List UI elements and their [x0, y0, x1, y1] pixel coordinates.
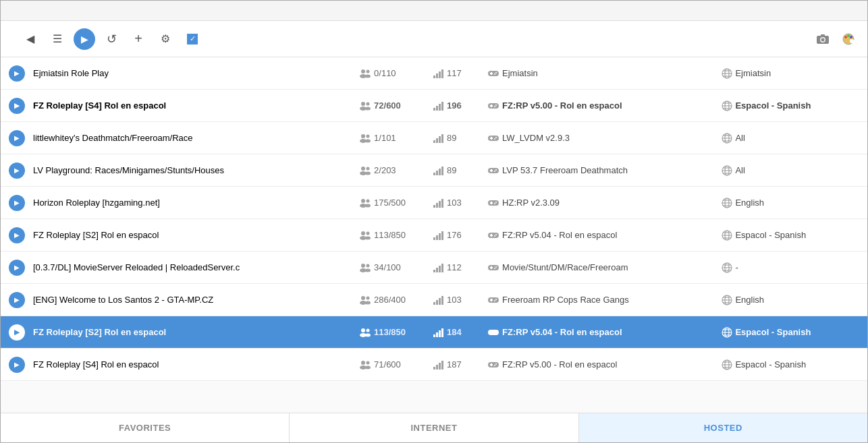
col-play: ▶ [9, 260, 33, 276]
globe-icon [722, 230, 732, 241]
server-gamemode: Movie/Stunt/DM/Race/Freeroam [487, 262, 722, 272]
server-gamemode: FZ:RP v5.04 - Rol en espacol [487, 327, 722, 337]
server-row[interactable]: ▶ Ejmiatsin Role Play 0/110 117 [1, 57, 867, 90]
svg-rect-53 [441, 134, 443, 143]
server-row[interactable]: ▶ LV Playground: Races/Minigames/Stunts/… [1, 154, 867, 187]
svg-point-156 [367, 328, 370, 332]
server-name: FZ Roleplay [S4] Rol en espacol [33, 359, 359, 370]
svg-point-82 [361, 199, 365, 203]
row-play-button[interactable]: ▶ [9, 65, 25, 82]
people-icon [359, 295, 371, 305]
svg-rect-34 [439, 104, 441, 111]
svg-rect-33 [436, 106, 438, 111]
row-play-button[interactable]: ▶ [9, 130, 25, 146]
toolbar-right [812, 28, 859, 50]
row-play-button[interactable]: ▶ [9, 324, 25, 341]
svg-rect-3 [821, 34, 825, 36]
svg-rect-176 [433, 367, 435, 370]
col-play: ▶ [9, 65, 33, 82]
svg-rect-51 [436, 138, 438, 143]
play-button[interactable]: ▶ [74, 28, 95, 50]
settings-button[interactable]: ⚙ [155, 28, 176, 50]
row-play-button[interactable]: ▶ [9, 195, 25, 211]
toolbar: ◀ ☰ ▶ ↺ + ⚙ ✓ [1, 21, 867, 57]
svg-point-49 [365, 139, 371, 142]
camera-button[interactable] [812, 28, 834, 50]
server-gamemode: FZ:RP v5.00 - Rol en espacol [487, 100, 722, 111]
server-list[interactable]: ▶ Ejmiatsin Role Play 0/110 117 [1, 57, 867, 413]
svg-point-46 [361, 134, 365, 138]
col-play: ▶ [9, 130, 33, 146]
hide-connected-toggle[interactable]: ✓ [187, 34, 202, 45]
server-row[interactable]: ▶ littlewhitey's Deathmatch/Freeroam/Rac… [1, 122, 867, 154]
svg-rect-122 [433, 270, 435, 272]
server-name: [ENG] Welcome to Los Santos 2 - GTA-MP.C… [33, 295, 359, 305]
server-row[interactable]: ▶ FZ Roleplay [S2] Rol en espacol 113/85… [1, 316, 867, 349]
svg-point-172 [361, 361, 365, 365]
svg-point-76 [494, 171, 495, 172]
signal-icon [433, 263, 444, 272]
svg-rect-144 [488, 297, 499, 303]
svg-point-136 [361, 296, 365, 300]
signal-icon [433, 231, 444, 240]
svg-rect-158 [433, 334, 435, 337]
row-play-button[interactable]: ▶ [9, 98, 25, 114]
row-play-button[interactable]: ▶ [9, 292, 25, 308]
svg-rect-14 [433, 76, 435, 78]
add-icon: + [134, 31, 142, 47]
server-players: 34/100 [359, 262, 433, 272]
svg-point-2 [821, 38, 825, 41]
server-row[interactable]: ▶ [0.3.7/DL] MovieServer Reloaded | Relo… [1, 252, 867, 284]
row-play-button[interactable]: ▶ [9, 227, 25, 243]
play-icon: ▶ [14, 134, 20, 142]
server-language: - [722, 262, 859, 273]
svg-rect-141 [436, 300, 438, 305]
server-ping: 112 [433, 262, 487, 272]
svg-rect-160 [439, 330, 441, 337]
svg-point-139 [365, 301, 371, 304]
col-play: ▶ [9, 227, 33, 243]
server-row[interactable]: ▶ FZ Roleplay [S4] Rol en espacol 71/600… [1, 349, 867, 381]
server-ping: 89 [433, 133, 487, 143]
list-button[interactable]: ☰ [47, 28, 68, 50]
svg-point-130 [494, 268, 495, 269]
tab-hosted[interactable]: HOSTED [579, 413, 867, 442]
svg-rect-125 [441, 264, 443, 272]
people-icon [359, 166, 371, 175]
refresh-button[interactable]: ↺ [101, 28, 122, 50]
server-row[interactable]: ▶ Horizon Roleplay [hzgaming.net] 175/50… [1, 187, 867, 219]
svg-rect-142 [439, 298, 441, 305]
svg-point-5 [844, 36, 847, 38]
add-button[interactable]: + [128, 28, 149, 50]
svg-rect-105 [436, 235, 438, 240]
server-row[interactable]: ▶ FZ Roleplay [S2] Rol en espacol 113/85… [1, 219, 867, 252]
main-window: ◀ ☰ ▶ ↺ + ⚙ ✓ [0, 0, 868, 443]
server-row[interactable]: ▶ FZ Roleplay [S4] Rol en espacol 72/600… [1, 90, 867, 122]
server-row[interactable]: ▶ [ENG] Welcome to Los Santos 2 - GTA-MP… [1, 284, 867, 316]
server-name: Ejmiatsin Role Play [33, 68, 359, 78]
server-gamemode: Ejmiatsin [487, 68, 722, 78]
row-play-button[interactable]: ▶ [9, 357, 25, 373]
tab-internet[interactable]: INTERNET [290, 413, 578, 442]
row-play-button[interactable]: ▶ [9, 260, 25, 276]
maximize-button[interactable] [838, 6, 847, 16]
svg-point-75 [495, 169, 497, 171]
svg-rect-88 [439, 201, 441, 208]
row-play-button[interactable]: ▶ [9, 163, 25, 179]
server-language: English [722, 295, 859, 305]
server-players: 0/110 [359, 68, 433, 78]
hide-connected-checkbox[interactable]: ✓ [187, 34, 198, 45]
tab-favorites[interactable]: FAVORITES [1, 413, 290, 442]
svg-rect-178 [439, 363, 441, 370]
minimize-button[interactable] [823, 6, 832, 16]
col-play: ▶ [9, 357, 33, 373]
globe-icon [722, 295, 732, 305]
server-ping: 103 [433, 198, 487, 208]
svg-rect-106 [439, 233, 441, 240]
svg-rect-126 [488, 265, 499, 270]
svg-rect-70 [439, 169, 441, 175]
back-button[interactable]: ◀ [20, 28, 41, 50]
palette-button[interactable] [838, 28, 859, 50]
close-button[interactable] [852, 6, 862, 16]
server-name: FZ Roleplay [S4] Rol en espacol [33, 100, 359, 111]
